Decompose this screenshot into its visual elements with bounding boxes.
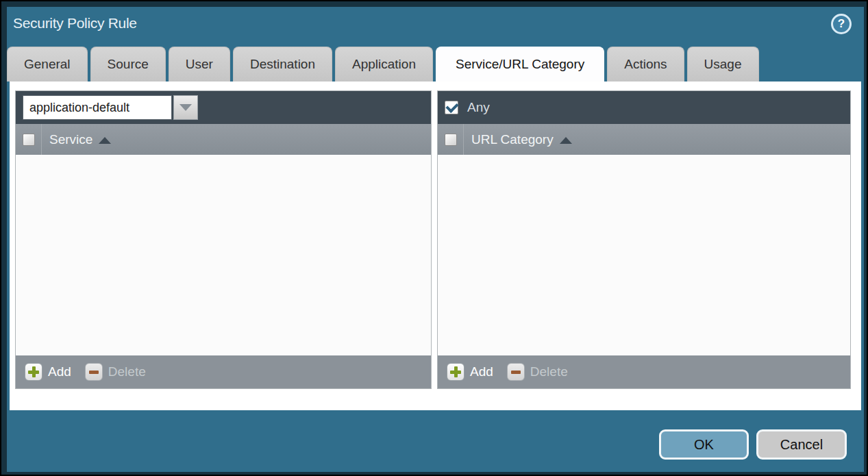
tab-user[interactable]: User xyxy=(169,47,230,82)
tab-general[interactable]: General xyxy=(7,47,88,82)
service-panel-header-bar: application-default xyxy=(16,91,431,124)
tab-usage[interactable]: Usage xyxy=(687,47,759,82)
service-column-header[interactable]: Service xyxy=(49,132,92,147)
service-column-header-row: Service xyxy=(16,124,431,155)
chevron-down-icon xyxy=(179,104,192,111)
tab-bar: General Source User Destination Applicat… xyxy=(7,47,759,82)
service-type-dropdown-button[interactable] xyxy=(173,95,198,120)
url-category-list-body[interactable] xyxy=(438,155,850,355)
dialog-title: Security Policy Rule xyxy=(13,15,137,32)
url-category-delete-label: Delete xyxy=(530,364,568,379)
help-icon[interactable]: ? xyxy=(831,14,852,34)
minus-icon xyxy=(85,363,103,381)
url-category-column-header[interactable]: URL Category xyxy=(471,132,554,147)
url-category-panel-header-bar: Any xyxy=(438,91,850,124)
sort-ascending-icon[interactable] xyxy=(99,137,111,144)
url-category-panel: Any URL Category Add xyxy=(437,90,851,389)
service-add-label: Add xyxy=(48,364,71,379)
tab-actions[interactable]: Actions xyxy=(607,47,684,82)
security-policy-rule-dialog: Security Policy Rule ? General Source Us… xyxy=(7,7,864,472)
any-checkbox[interactable] xyxy=(445,101,458,114)
tab-service-url-category[interactable]: Service/URL Category xyxy=(436,47,604,82)
cancel-button[interactable]: Cancel xyxy=(756,429,847,460)
url-category-panel-footer: Add Delete xyxy=(438,355,850,388)
url-category-select-all-checkbox[interactable] xyxy=(445,134,457,146)
service-type-dropdown[interactable]: application-default xyxy=(23,95,198,120)
service-select-all-cell xyxy=(16,124,42,155)
any-label: Any xyxy=(467,100,490,115)
service-list-body[interactable] xyxy=(16,155,431,355)
url-category-select-all-cell xyxy=(438,124,464,155)
tab-source[interactable]: Source xyxy=(90,47,166,82)
url-category-add-label: Add xyxy=(470,364,493,379)
sort-ascending-icon[interactable] xyxy=(560,137,572,144)
service-delete-button[interactable]: Delete xyxy=(85,363,146,381)
service-panel: application-default Service xyxy=(15,90,432,389)
service-delete-label: Delete xyxy=(108,364,146,379)
url-category-delete-button[interactable]: Delete xyxy=(507,363,568,381)
plus-icon xyxy=(25,363,42,381)
tab-destination[interactable]: Destination xyxy=(233,47,332,82)
plus-icon xyxy=(447,363,464,381)
minus-icon xyxy=(507,363,525,381)
service-type-dropdown-value[interactable]: application-default xyxy=(23,95,172,120)
service-add-button[interactable]: Add xyxy=(25,363,71,381)
tab-content-area: application-default Service xyxy=(10,82,861,410)
url-category-add-button[interactable]: Add xyxy=(447,363,493,381)
ok-button[interactable]: OK xyxy=(659,429,749,460)
url-category-column-header-row: URL Category xyxy=(438,124,850,155)
service-select-all-checkbox[interactable] xyxy=(23,134,35,146)
window-frame: Security Policy Rule ? General Source Us… xyxy=(1,1,867,475)
tab-application[interactable]: Application xyxy=(335,47,433,82)
service-panel-footer: Add Delete xyxy=(16,355,431,388)
